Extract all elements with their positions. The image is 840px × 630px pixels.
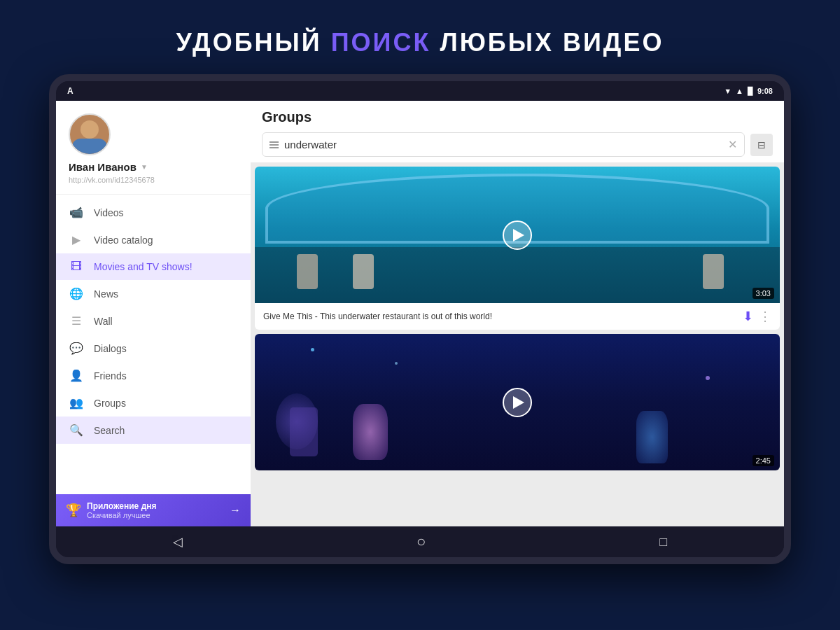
sidebar-item-label: News	[94, 288, 118, 300]
header-title: УДОБНЫЙ ПОИСК ЛЮБЫХ ВИДЕО	[176, 28, 664, 57]
app-of-day-title: Приложение дня	[87, 501, 224, 511]
content-header: Groups underwater ✕ ⊟	[251, 101, 784, 162]
recents-button[interactable]: □	[659, 535, 667, 550]
search-bar[interactable]: underwater ✕	[262, 132, 745, 157]
video-thumbnail-1[interactable]: 3:03	[255, 167, 780, 303]
sidebar-item-label: Movies and TV shows!	[94, 261, 192, 272]
wifi-icon: ▼	[724, 87, 732, 95]
bottom-nav: ◁ ○ □	[56, 526, 784, 557]
video-title-1: Give Me This - This underwater restauran…	[263, 312, 737, 321]
home-button[interactable]: ○	[416, 533, 426, 551]
profile-name-row: Иван Иванов ▼	[69, 161, 238, 173]
app-of-day-arrow-icon: →	[230, 504, 241, 517]
profile-name: Иван Иванов	[69, 161, 136, 173]
sidebar-item-label: Friends	[94, 370, 127, 382]
profile-url: http://vk.com/id12345678	[69, 176, 155, 184]
sidebar-divider	[56, 194, 251, 195]
main-content: Groups underwater ✕ ⊟	[251, 101, 784, 526]
sidebar: Иван Иванов ▼ http://vk.com/id12345678 📹…	[56, 101, 251, 526]
battery-icon: ▉	[748, 87, 753, 96]
app-area: Иван Иванов ▼ http://vk.com/id12345678 📹…	[56, 101, 784, 526]
app-of-day-text: Приложение дня Скачивай лучшее	[87, 501, 224, 519]
header-title-part2: ЛЮБЫХ ВИДЕО	[430, 28, 664, 57]
video-list: 3:03 Give Me This - This underwater rest…	[251, 162, 784, 526]
sidebar-item-search[interactable]: 🔍 Search	[56, 416, 251, 444]
sidebar-item-wall[interactable]: ☰ Wall	[56, 307, 251, 335]
download-icon-1[interactable]: ⬇	[743, 309, 753, 324]
sidebar-item-videos[interactable]: 📹 Videos	[56, 199, 251, 226]
sidebar-profile: Иван Иванов ▼ http://vk.com/id12345678	[56, 101, 251, 190]
video-info-1: Give Me This - This underwater restauran…	[255, 303, 780, 330]
page-header: УДОБНЫЙ ПОИСК ЛЮБЫХ ВИДЕО	[176, 0, 664, 57]
tablet-frame: A ▼ ▲ ▉ 9:08 Иван Иванов ▼ http://v	[49, 74, 791, 564]
search-bar-row: underwater ✕ ⊟	[262, 132, 773, 157]
groups-icon: 👥	[69, 396, 84, 410]
sidebar-item-dialogs[interactable]: 💬 Dialogs	[56, 335, 251, 362]
news-icon: 🌐	[69, 287, 84, 300]
sidebar-item-label: Videos	[94, 207, 124, 218]
sidebar-item-friends[interactable]: 👤 Friends	[56, 362, 251, 389]
header-title-highlight: ПОИСК	[331, 28, 431, 57]
sidebar-item-groups[interactable]: 👥 Groups	[56, 389, 251, 416]
video-catalog-icon: ▶	[69, 233, 84, 246]
play-button-1[interactable]	[503, 220, 532, 250]
search-filter-button[interactable]: ⊟	[750, 134, 773, 156]
friends-icon: 👤	[69, 369, 84, 382]
app-of-day-banner[interactable]: 🏆 Приложение дня Скачивай лучшее →	[56, 494, 251, 526]
status-time: 9:08	[757, 87, 773, 95]
content-title: Groups	[262, 109, 773, 125]
play-button-2[interactable]	[503, 388, 532, 417]
more-icon-1[interactable]: ⋮	[759, 309, 771, 324]
search-query-text: underwater	[284, 139, 722, 150]
header-title-part1: УДОБНЫЙ	[176, 28, 330, 57]
sidebar-item-label: Video catalog	[94, 234, 153, 246]
search-menu-icon[interactable]	[270, 141, 279, 148]
status-bar: A ▼ ▲ ▉ 9:08	[56, 81, 784, 101]
filter-icon: ⊟	[757, 139, 766, 150]
video-duration-1: 3:03	[752, 288, 774, 299]
avatar	[69, 113, 111, 155]
sidebar-item-news[interactable]: 🌐 News	[56, 280, 251, 307]
search-clear-icon[interactable]: ✕	[728, 138, 737, 151]
signal-icon: ▲	[736, 87, 743, 95]
movies-icon: 🎞	[69, 260, 84, 273]
wall-icon: ☰	[69, 314, 84, 328]
dialogs-icon: 💬	[69, 342, 84, 355]
videos-icon: 📹	[69, 206, 84, 219]
sidebar-item-label: Search	[94, 425, 125, 436]
app-of-day-icon: 🏆	[66, 503, 81, 518]
back-button[interactable]: ◁	[173, 534, 183, 550]
sidebar-item-video-catalog[interactable]: ▶ Video catalog	[56, 226, 251, 253]
status-bar-left: A	[67, 86, 74, 96]
sidebar-item-movies[interactable]: 🎞 Movies and TV shows!	[56, 253, 251, 280]
video-thumbnail-2[interactable]: 2:45	[255, 334, 780, 470]
sidebar-item-label: Groups	[94, 398, 126, 409]
status-bar-right: ▼ ▲ ▉ 9:08	[724, 87, 773, 96]
sidebar-item-label: Wall	[94, 316, 113, 327]
video-duration-2: 2:45	[752, 455, 774, 466]
dropdown-arrow-icon[interactable]: ▼	[141, 163, 148, 171]
app-of-day-subtitle: Скачивай лучшее	[87, 511, 224, 519]
search-icon: 🔍	[69, 424, 84, 437]
sidebar-item-label: Dialogs	[94, 343, 127, 354]
video-card-2: 2:45	[255, 334, 780, 470]
video-card-1: 3:03 Give Me This - This underwater rest…	[255, 167, 780, 330]
nav-list: 📹 Videos ▶ Video catalog 🎞 Movies and TV…	[56, 199, 251, 494]
